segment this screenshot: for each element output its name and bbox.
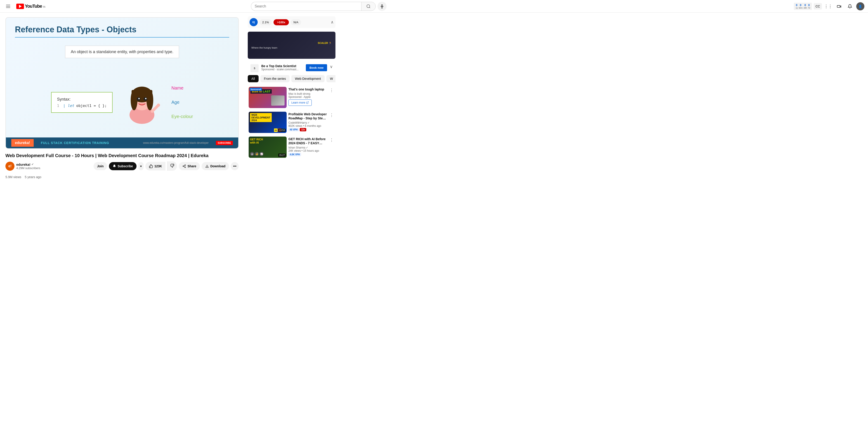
rec-sponsored-label: Sponsored · Apple [288, 95, 327, 99]
tab-web-development[interactable]: Web Development [291, 75, 324, 82]
rec-duration-rich: 15:27 [278, 154, 286, 157]
stat-48h: 0 48h [804, 4, 807, 9]
subscribe-button[interactable]: Subscribe [109, 162, 136, 170]
cursor-char: | [63, 103, 66, 108]
rec-more-options-button-0[interactable]: ⋮ [329, 87, 335, 94]
header-right: 0 1y 0 60m 0 48h 0 7d CC ⋮⋮ [794, 2, 864, 11]
tab-from-series[interactable]: From the series [260, 75, 289, 82]
badge-row-rich: 4.0K VPH [288, 153, 327, 156]
header-left: YouTube IN [4, 2, 45, 11]
like-button[interactable]: 123K [145, 162, 165, 170]
view-info: 5.9M views 5 years ago [5, 174, 239, 181]
badge-row-web: 40 VPH 12x [288, 128, 327, 131]
youtube-logo[interactable]: YouTube IN [16, 4, 45, 9]
captions-button[interactable]: CC [814, 3, 822, 9]
rec-title-rich: GET RICH with AI Before 2024 ENDS - 7 EA… [288, 137, 327, 145]
more-options-button[interactable]: ••• [231, 162, 239, 170]
search-input[interactable] [251, 2, 361, 11]
tab-w[interactable]: W [327, 75, 336, 82]
stats-bar: 0 1y 0 60m 0 48h 0 7d [794, 3, 812, 10]
subscribe-badge: SUBSCRIBE [216, 141, 233, 145]
list-item[interactable]: WEBDEVELOPMENT2024 JS H C 13:53 Profitab… [248, 111, 336, 134]
syntax-code: 1 | let object1 = { }; [57, 103, 107, 108]
book-now-button[interactable]: Book now [306, 64, 327, 71]
youtube-logo-icon [16, 4, 24, 9]
search-button[interactable] [361, 2, 376, 11]
verified-check-web: ✓ [307, 121, 310, 124]
stat-1y-label: 1y [796, 7, 798, 9]
share-icon [182, 164, 186, 168]
stat-7d-num: 0 [808, 4, 810, 7]
video-meta-row: e! edureka! ✓ 4.29M subscribers Join Sub… [5, 161, 239, 171]
list-item[interactable]: Built to LAST Sponsored That's one tough… [248, 86, 336, 109]
svg-point-12 [138, 98, 140, 99]
youtube-logo-text: YouTube [25, 4, 42, 8]
ad-info-row: S Be a Top Data Scientist Sponsored · sc… [248, 62, 336, 75]
scaler-tagline: Where the hungry learn [251, 46, 332, 49]
mic-button[interactable] [377, 2, 386, 11]
dislike-button[interactable] [167, 161, 177, 171]
scaler-brand: SCALER 🏃 [318, 41, 332, 44]
stat-1y-num: 0 [796, 4, 798, 7]
svg-line-1 [369, 7, 370, 8]
rec-meta-rich: 24K views • 15 hours ago [288, 149, 327, 152]
channel-info: edureka! ✓ 4.29M subscribers [16, 162, 92, 170]
download-icon [205, 164, 209, 168]
stat-7d: 0 7d [808, 4, 810, 9]
notifications-button[interactable] [845, 2, 855, 11]
ad-title: Be a Top Data Scientist [261, 64, 303, 68]
rec-thumb-rich: GET RICHwith AI 🤖 💰 📈 15:27 [249, 136, 287, 158]
vph-badge-web: 40 VPH [288, 128, 299, 131]
subscribe-expand-button[interactable]: ▾ [138, 162, 144, 170]
edureka-url: www.edureka.co/masters-program/full-stac… [143, 141, 209, 145]
rec-title-web: Profitable Web Developer RoadMap - Step … [288, 112, 327, 120]
rec-channel-name-ad: Mac is built strong [288, 92, 310, 95]
rec-channel-web: CodeWithHarry ✓ [288, 121, 327, 124]
settings-icon-button[interactable]: ⋮⋮ [824, 2, 833, 11]
stat-60m-num: 0 [800, 4, 802, 7]
ad-logo: S [250, 64, 258, 72]
edureka-tagline: FULL STACK CERTIFICATION TRAINING [41, 141, 109, 145]
stat-48h-label: 48h [804, 7, 807, 9]
channel-name[interactable]: edureka! ✓ [16, 162, 92, 166]
diagram-name-label: Name [171, 86, 193, 91]
stat-7d-label: 7d [808, 7, 810, 9]
hamburger-menu-button[interactable] [4, 2, 13, 11]
learn-more-button[interactable]: Learn more [288, 99, 312, 106]
verified-icon: ✓ [31, 163, 34, 166]
ad-expand-button[interactable]: ∨ [330, 64, 333, 69]
video-slide-desc: An object is a standalone entity, with p… [65, 46, 179, 58]
rec-more-options-button-1[interactable]: ⋮ [329, 112, 335, 119]
sponsored-badge: Sponsored [250, 88, 262, 91]
list-item[interactable]: GET RICHwith AI 🤖 💰 📈 15:27 GET RICH wit… [248, 136, 336, 159]
vph-badge-rich: 4.0K VPH [288, 153, 301, 156]
stat-60m: 0 60m [799, 4, 803, 9]
thumbs-up-icon [149, 164, 153, 168]
ad-banner-bg: SCALER 🏃 Where the hungry learn [248, 32, 336, 59]
ad-banner-image[interactable]: SCALER 🏃 Where the hungry learn [248, 32, 336, 59]
share-button[interactable]: Share [179, 162, 200, 170]
svg-point-0 [367, 4, 370, 7]
video-diagram: Syntax: 1 | let object1 = { }; [15, 64, 229, 141]
iq-close-button[interactable]: ∧ [331, 20, 334, 25]
svg-point-16 [185, 164, 186, 165]
rec-thumb-web: WEBDEVELOPMENT2024 JS H C 13:53 [249, 112, 287, 133]
join-button[interactable]: Join [94, 162, 107, 170]
download-button[interactable]: Download [202, 162, 229, 170]
rec-more-options-button-2[interactable]: ⋮ [329, 136, 335, 143]
add-video-button[interactable] [835, 2, 844, 11]
stat-1y: 0 1y [796, 4, 798, 9]
syntax-box: Syntax: 1 | let object1 = { }; [51, 92, 113, 113]
tab-all[interactable]: All [248, 75, 258, 82]
syntax-code-text: object1 = { }; [76, 103, 107, 108]
rec-channel-rich: Ishan Sharma ✓ [288, 146, 327, 149]
video-section: Reference Data Types - Objects An object… [0, 13, 244, 437]
header: YouTube IN 0 1y 0 60m [0, 0, 868, 13]
svg-rect-2 [381, 4, 382, 6]
ad-text: Be a Top Data Scientist Sponsored · scal… [261, 64, 303, 71]
stat-60m-label: 60m [799, 7, 803, 9]
x-badge-web: 12x [300, 128, 306, 131]
svg-line-19 [184, 166, 185, 167]
external-link-icon [306, 101, 309, 104]
user-avatar-button[interactable]: 👤 [856, 2, 864, 10]
